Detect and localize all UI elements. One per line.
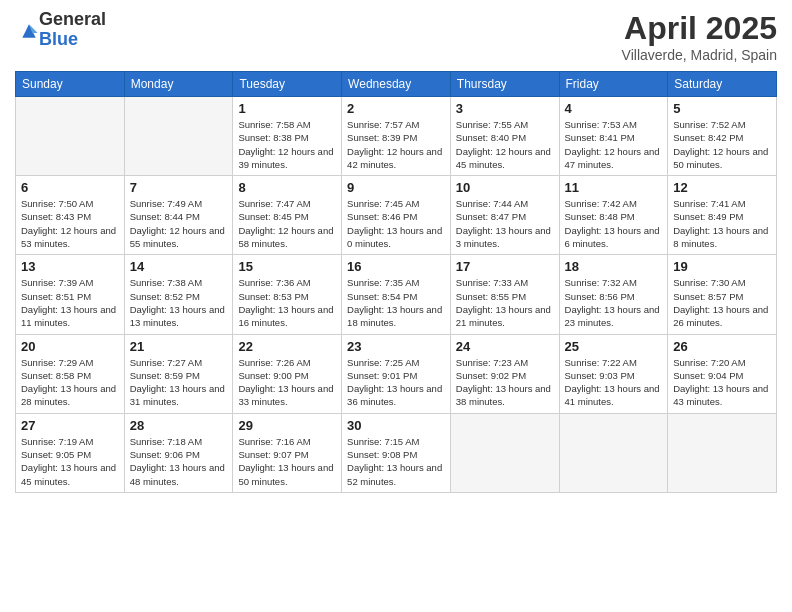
day-number: 26 bbox=[673, 339, 771, 354]
day-cell: 4Sunrise: 7:53 AMSunset: 8:41 PMDaylight… bbox=[559, 97, 668, 176]
day-number: 8 bbox=[238, 180, 336, 195]
day-info: Sunrise: 7:45 AMSunset: 8:46 PMDaylight:… bbox=[347, 197, 445, 250]
day-number: 10 bbox=[456, 180, 554, 195]
page: General Blue April 2025 Villaverde, Madr… bbox=[0, 0, 792, 612]
day-number: 1 bbox=[238, 101, 336, 116]
week-row-2: 6Sunrise: 7:50 AMSunset: 8:43 PMDaylight… bbox=[16, 176, 777, 255]
day-number: 5 bbox=[673, 101, 771, 116]
day-info: Sunrise: 7:16 AMSunset: 9:07 PMDaylight:… bbox=[238, 435, 336, 488]
day-number: 25 bbox=[565, 339, 663, 354]
day-info: Sunrise: 7:30 AMSunset: 8:57 PMDaylight:… bbox=[673, 276, 771, 329]
day-info: Sunrise: 7:58 AMSunset: 8:38 PMDaylight:… bbox=[238, 118, 336, 171]
calendar-table: SundayMondayTuesdayWednesdayThursdayFrid… bbox=[15, 71, 777, 493]
day-number: 29 bbox=[238, 418, 336, 433]
title-location: Villaverde, Madrid, Spain bbox=[622, 47, 777, 63]
day-cell: 30Sunrise: 7:15 AMSunset: 9:08 PMDayligh… bbox=[342, 413, 451, 492]
day-info: Sunrise: 7:57 AMSunset: 8:39 PMDaylight:… bbox=[347, 118, 445, 171]
day-number: 22 bbox=[238, 339, 336, 354]
day-cell: 12Sunrise: 7:41 AMSunset: 8:49 PMDayligh… bbox=[668, 176, 777, 255]
day-number: 21 bbox=[130, 339, 228, 354]
header: General Blue April 2025 Villaverde, Madr… bbox=[15, 10, 777, 63]
day-number: 14 bbox=[130, 259, 228, 274]
day-number: 2 bbox=[347, 101, 445, 116]
day-info: Sunrise: 7:20 AMSunset: 9:04 PMDaylight:… bbox=[673, 356, 771, 409]
week-row-1: 1Sunrise: 7:58 AMSunset: 8:38 PMDaylight… bbox=[16, 97, 777, 176]
day-cell bbox=[16, 97, 125, 176]
day-cell: 11Sunrise: 7:42 AMSunset: 8:48 PMDayligh… bbox=[559, 176, 668, 255]
day-cell: 9Sunrise: 7:45 AMSunset: 8:46 PMDaylight… bbox=[342, 176, 451, 255]
day-info: Sunrise: 7:39 AMSunset: 8:51 PMDaylight:… bbox=[21, 276, 119, 329]
day-number: 3 bbox=[456, 101, 554, 116]
day-info: Sunrise: 7:52 AMSunset: 8:42 PMDaylight:… bbox=[673, 118, 771, 171]
day-cell: 21Sunrise: 7:27 AMSunset: 8:59 PMDayligh… bbox=[124, 334, 233, 413]
day-info: Sunrise: 7:25 AMSunset: 9:01 PMDaylight:… bbox=[347, 356, 445, 409]
day-cell: 22Sunrise: 7:26 AMSunset: 9:00 PMDayligh… bbox=[233, 334, 342, 413]
day-cell: 2Sunrise: 7:57 AMSunset: 8:39 PMDaylight… bbox=[342, 97, 451, 176]
day-number: 30 bbox=[347, 418, 445, 433]
col-header-monday: Monday bbox=[124, 72, 233, 97]
day-number: 9 bbox=[347, 180, 445, 195]
day-cell: 20Sunrise: 7:29 AMSunset: 8:58 PMDayligh… bbox=[16, 334, 125, 413]
title-block: April 2025 Villaverde, Madrid, Spain bbox=[622, 10, 777, 63]
day-info: Sunrise: 7:32 AMSunset: 8:56 PMDaylight:… bbox=[565, 276, 663, 329]
day-info: Sunrise: 7:19 AMSunset: 9:05 PMDaylight:… bbox=[21, 435, 119, 488]
day-number: 7 bbox=[130, 180, 228, 195]
col-header-tuesday: Tuesday bbox=[233, 72, 342, 97]
day-cell: 7Sunrise: 7:49 AMSunset: 8:44 PMDaylight… bbox=[124, 176, 233, 255]
day-number: 13 bbox=[21, 259, 119, 274]
day-cell: 23Sunrise: 7:25 AMSunset: 9:01 PMDayligh… bbox=[342, 334, 451, 413]
week-row-4: 20Sunrise: 7:29 AMSunset: 8:58 PMDayligh… bbox=[16, 334, 777, 413]
day-cell bbox=[450, 413, 559, 492]
day-cell: 18Sunrise: 7:32 AMSunset: 8:56 PMDayligh… bbox=[559, 255, 668, 334]
day-cell: 13Sunrise: 7:39 AMSunset: 8:51 PMDayligh… bbox=[16, 255, 125, 334]
day-info: Sunrise: 7:50 AMSunset: 8:43 PMDaylight:… bbox=[21, 197, 119, 250]
day-number: 15 bbox=[238, 259, 336, 274]
day-cell: 24Sunrise: 7:23 AMSunset: 9:02 PMDayligh… bbox=[450, 334, 559, 413]
day-cell: 25Sunrise: 7:22 AMSunset: 9:03 PMDayligh… bbox=[559, 334, 668, 413]
day-cell: 3Sunrise: 7:55 AMSunset: 8:40 PMDaylight… bbox=[450, 97, 559, 176]
day-cell: 10Sunrise: 7:44 AMSunset: 8:47 PMDayligh… bbox=[450, 176, 559, 255]
day-cell: 6Sunrise: 7:50 AMSunset: 8:43 PMDaylight… bbox=[16, 176, 125, 255]
day-info: Sunrise: 7:49 AMSunset: 8:44 PMDaylight:… bbox=[130, 197, 228, 250]
logo-icon bbox=[19, 21, 39, 41]
day-cell: 16Sunrise: 7:35 AMSunset: 8:54 PMDayligh… bbox=[342, 255, 451, 334]
day-number: 20 bbox=[21, 339, 119, 354]
day-info: Sunrise: 7:53 AMSunset: 8:41 PMDaylight:… bbox=[565, 118, 663, 171]
day-cell: 1Sunrise: 7:58 AMSunset: 8:38 PMDaylight… bbox=[233, 97, 342, 176]
col-header-saturday: Saturday bbox=[668, 72, 777, 97]
day-number: 17 bbox=[456, 259, 554, 274]
day-cell: 15Sunrise: 7:36 AMSunset: 8:53 PMDayligh… bbox=[233, 255, 342, 334]
day-cell: 5Sunrise: 7:52 AMSunset: 8:42 PMDaylight… bbox=[668, 97, 777, 176]
day-cell bbox=[668, 413, 777, 492]
day-cell: 19Sunrise: 7:30 AMSunset: 8:57 PMDayligh… bbox=[668, 255, 777, 334]
day-info: Sunrise: 7:38 AMSunset: 8:52 PMDaylight:… bbox=[130, 276, 228, 329]
day-number: 12 bbox=[673, 180, 771, 195]
day-info: Sunrise: 7:18 AMSunset: 9:06 PMDaylight:… bbox=[130, 435, 228, 488]
day-number: 19 bbox=[673, 259, 771, 274]
day-cell bbox=[124, 97, 233, 176]
day-number: 27 bbox=[21, 418, 119, 433]
day-info: Sunrise: 7:27 AMSunset: 8:59 PMDaylight:… bbox=[130, 356, 228, 409]
title-month: April 2025 bbox=[622, 10, 777, 47]
logo-blue: Blue bbox=[39, 30, 106, 50]
day-number: 18 bbox=[565, 259, 663, 274]
day-cell: 29Sunrise: 7:16 AMSunset: 9:07 PMDayligh… bbox=[233, 413, 342, 492]
col-header-friday: Friday bbox=[559, 72, 668, 97]
day-cell: 27Sunrise: 7:19 AMSunset: 9:05 PMDayligh… bbox=[16, 413, 125, 492]
week-row-5: 27Sunrise: 7:19 AMSunset: 9:05 PMDayligh… bbox=[16, 413, 777, 492]
day-number: 24 bbox=[456, 339, 554, 354]
day-info: Sunrise: 7:41 AMSunset: 8:49 PMDaylight:… bbox=[673, 197, 771, 250]
day-info: Sunrise: 7:15 AMSunset: 9:08 PMDaylight:… bbox=[347, 435, 445, 488]
day-cell bbox=[559, 413, 668, 492]
day-info: Sunrise: 7:36 AMSunset: 8:53 PMDaylight:… bbox=[238, 276, 336, 329]
logo-general: General bbox=[39, 10, 106, 30]
day-info: Sunrise: 7:22 AMSunset: 9:03 PMDaylight:… bbox=[565, 356, 663, 409]
day-number: 28 bbox=[130, 418, 228, 433]
day-info: Sunrise: 7:35 AMSunset: 8:54 PMDaylight:… bbox=[347, 276, 445, 329]
day-cell: 17Sunrise: 7:33 AMSunset: 8:55 PMDayligh… bbox=[450, 255, 559, 334]
day-info: Sunrise: 7:47 AMSunset: 8:45 PMDaylight:… bbox=[238, 197, 336, 250]
day-cell: 14Sunrise: 7:38 AMSunset: 8:52 PMDayligh… bbox=[124, 255, 233, 334]
week-row-3: 13Sunrise: 7:39 AMSunset: 8:51 PMDayligh… bbox=[16, 255, 777, 334]
day-cell: 26Sunrise: 7:20 AMSunset: 9:04 PMDayligh… bbox=[668, 334, 777, 413]
day-number: 4 bbox=[565, 101, 663, 116]
